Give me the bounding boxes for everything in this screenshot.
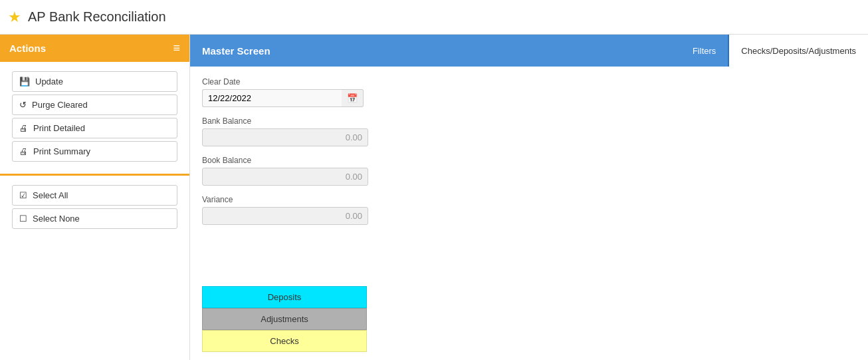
select-none-button[interactable]: ☐ Select None (12, 208, 177, 229)
menu-icon[interactable]: ≡ (173, 41, 180, 55)
print-detailed-icon: 🖨 (19, 123, 28, 133)
purge-cleared-button[interactable]: ↺ Purge Cleared (12, 94, 177, 115)
bottom-tabs: Deposits Adjustments Checks (190, 286, 868, 360)
book-balance-input (202, 168, 368, 186)
purge-label: Purge Cleared (32, 100, 88, 110)
select-none-icon: ☐ (19, 214, 27, 224)
tab-checks[interactable]: Checks (202, 330, 367, 352)
tab-adjustments-label: Adjustments (261, 314, 308, 324)
select-all-icon: ☑ (19, 190, 27, 200)
tab-deposits[interactable]: Deposits (202, 286, 367, 308)
tab-checks-deposits[interactable]: Checks/Deposits/Adjustments (728, 35, 868, 67)
select-all-button[interactable]: ☑ Select All (12, 185, 177, 206)
update-label: Update (35, 77, 63, 87)
update-button[interactable]: 💾 Update (12, 71, 177, 92)
book-balance-label: Book Balance (202, 156, 856, 165)
book-balance-group: Book Balance (202, 156, 856, 186)
page-header: ★ AP Bank Reconciliation (0, 0, 868, 35)
select-all-label: Select All (33, 190, 68, 200)
variance-input (202, 207, 368, 225)
print-summary-button[interactable]: 🖨 Print Summary (12, 141, 177, 162)
main-layout: Actions ≡ 💾 Update ↺ Purge Cleared 🖨 Pri… (0, 35, 868, 360)
content-area: Master Screen Filters Checks/Deposits/Ad… (190, 35, 868, 360)
select-none-label: Select None (33, 214, 80, 224)
sidebar: Actions ≡ 💾 Update ↺ Purge Cleared 🖨 Pri… (0, 35, 190, 360)
tab-row: Deposits Adjustments Checks (202, 286, 367, 352)
print-summary-label: Print Summary (33, 146, 90, 156)
print-detailed-label: Print Detailed (33, 123, 85, 133)
tab-filters[interactable]: Filters (681, 35, 728, 67)
sidebar-header: Actions ≡ (0, 35, 189, 62)
variance-label: Variance (202, 195, 856, 204)
tab-deposits-label: Deposits (268, 292, 302, 302)
form-content: Clear Date 📅 Bank Balance Book Balance V… (190, 67, 868, 286)
print-detailed-button[interactable]: 🖨 Print Detailed (12, 118, 177, 138)
tab-checks-label: Checks (270, 336, 298, 346)
screen-title: Master Screen (190, 45, 681, 57)
sidebar-actions: 💾 Update ↺ Purge Cleared 🖨 Print Detaile… (0, 62, 189, 176)
update-icon: 💾 (19, 77, 30, 87)
bank-balance-label: Bank Balance (202, 116, 856, 126)
calendar-button[interactable]: 📅 (342, 89, 364, 107)
sidebar-select: ☑ Select All ☐ Select None (0, 176, 189, 241)
purge-icon: ↺ (19, 100, 27, 110)
content-topbar: Master Screen Filters Checks/Deposits/Ad… (190, 35, 868, 67)
actions-label: Actions (9, 43, 46, 54)
variance-group: Variance (202, 195, 856, 225)
star-icon: ★ (8, 9, 21, 26)
clear-date-label: Clear Date (202, 77, 856, 87)
clear-date-group: Clear Date 📅 (202, 77, 856, 107)
bank-balance-group: Bank Balance (202, 116, 856, 146)
page-title: AP Bank Reconciliation (28, 9, 166, 25)
clear-date-input-group: 📅 (202, 89, 368, 107)
tab-adjustments[interactable]: Adjustments (202, 308, 367, 330)
bank-balance-input (202, 128, 368, 146)
clear-date-input[interactable] (202, 89, 342, 107)
print-summary-icon: 🖨 (19, 146, 28, 156)
